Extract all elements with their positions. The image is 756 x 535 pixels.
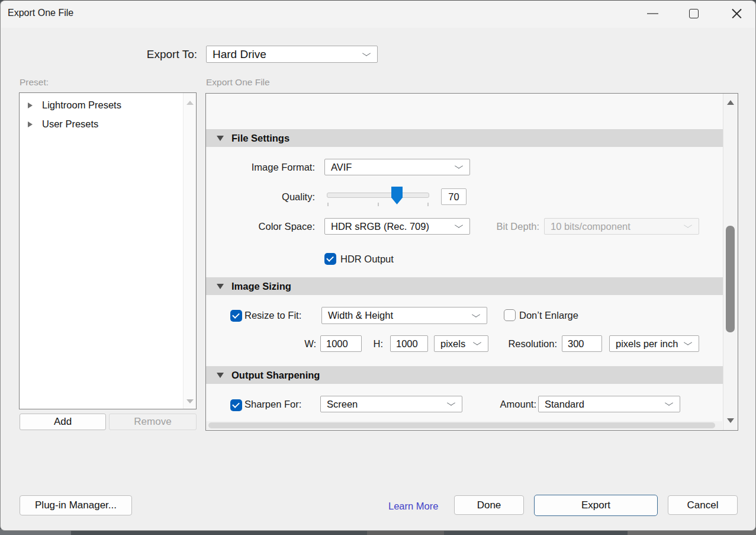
export-button-label: Export xyxy=(581,499,610,511)
sharpen-for-checkbox[interactable] xyxy=(230,399,242,411)
color-space-value: HDR sRGB (Rec. 709) xyxy=(331,221,429,232)
export-to-select[interactable]: Hard Drive xyxy=(206,46,378,63)
chevron-down-icon xyxy=(362,50,371,56)
slider-tick xyxy=(378,203,379,206)
image-format-label: Image Format: xyxy=(197,159,315,175)
maximize-icon[interactable] xyxy=(689,9,699,18)
cancel-button[interactable]: Cancel xyxy=(668,495,738,515)
bit-depth-select: 10 bits/component xyxy=(544,218,699,235)
chevron-down-icon xyxy=(455,164,463,169)
horizontal-scroll-thumb[interactable] xyxy=(208,422,715,428)
section-title: Image Sizing xyxy=(231,281,291,292)
add-button[interactable]: Add xyxy=(20,414,106,430)
resize-to-fit-value: Width & Height xyxy=(328,310,393,321)
main-panel-label: Export One File xyxy=(206,77,270,88)
sharpen-for-value: Screen xyxy=(327,399,358,410)
width-label: W: xyxy=(285,335,316,352)
resolution-value: 300 xyxy=(568,338,584,350)
export-dialog: Export One File Export To: Hard Drive Pr… xyxy=(0,0,756,531)
scroll-down-icon[interactable] xyxy=(186,399,194,403)
chevron-down-icon xyxy=(684,223,692,228)
chevron-down-icon xyxy=(472,312,480,317)
sharpen-for-label: Sharpen For: xyxy=(245,396,301,412)
slider-tick xyxy=(327,203,329,206)
resize-to-fit-select[interactable]: Width & Height xyxy=(321,307,487,324)
export-to-value: Hard Drive xyxy=(213,48,266,61)
bit-depth-value: 10 bits/component xyxy=(551,221,630,232)
titlebar xyxy=(1,1,755,28)
hdr-output-label: HDR Output xyxy=(340,253,394,265)
resolution-unit-select[interactable]: pixels per inch xyxy=(609,335,699,352)
add-button-label: Add xyxy=(54,416,72,428)
dont-enlarge-label: Don’t Enlarge xyxy=(519,307,578,324)
scroll-up-icon[interactable] xyxy=(727,100,734,105)
amount-label: Amount: xyxy=(451,396,536,412)
preset-item-lightroom[interactable]: Lightroom Presets xyxy=(28,100,121,111)
section-output-sharpening[interactable]: Output Sharpening xyxy=(206,366,723,384)
section-title: File Settings xyxy=(231,133,289,144)
export-to-label: Export To: xyxy=(119,46,197,63)
quality-value-input[interactable]: 70 xyxy=(441,188,467,205)
quality-label: Quality: xyxy=(197,188,315,205)
height-value: 1000 xyxy=(396,338,418,350)
hdr-output-checkbox[interactable] xyxy=(324,253,336,265)
section-file-settings[interactable]: File Settings xyxy=(206,129,723,147)
minimize-icon[interactable] xyxy=(647,13,658,14)
preset-item-label: Lightroom Presets xyxy=(42,100,121,111)
color-space-label: Color Space: xyxy=(197,218,315,235)
close-icon[interactable] xyxy=(731,8,741,18)
collapse-triangle-icon[interactable] xyxy=(217,136,224,141)
preset-item-label: User Presets xyxy=(42,118,98,130)
expand-triangle-icon[interactable] xyxy=(28,102,33,108)
chevron-down-icon xyxy=(684,340,692,345)
scroll-down-icon[interactable] xyxy=(727,418,734,423)
preset-item-user[interactable]: User Presets xyxy=(28,118,98,130)
scroll-up-icon[interactable] xyxy=(186,101,194,105)
resize-to-fit-checkbox[interactable] xyxy=(230,310,242,322)
preset-list: Lightroom Presets User Presets xyxy=(19,92,197,409)
dont-enlarge-checkbox[interactable] xyxy=(504,309,516,321)
vertical-scrollbar[interactable] xyxy=(723,94,738,430)
export-button[interactable]: Export xyxy=(534,495,658,516)
amount-value: Standard xyxy=(545,399,584,410)
chevron-down-icon xyxy=(665,401,673,406)
amount-select[interactable]: Standard xyxy=(538,396,680,412)
width-value: 1000 xyxy=(326,338,348,350)
bit-depth-label: Bit Depth: xyxy=(439,218,539,235)
cancel-button-label: Cancel xyxy=(687,499,719,511)
image-format-value: AVIF xyxy=(331,162,352,173)
resize-to-fit-label: Resize to Fit: xyxy=(245,307,301,324)
slider-tick xyxy=(427,203,429,206)
collapse-triangle-icon[interactable] xyxy=(217,284,224,289)
collapse-triangle-icon[interactable] xyxy=(217,373,224,378)
window-title: Export One File xyxy=(8,8,73,18)
quality-value: 70 xyxy=(448,191,459,203)
plugin-manager-button[interactable]: Plug-in Manager... xyxy=(20,495,132,515)
height-input[interactable]: 1000 xyxy=(390,335,428,352)
vertical-scroll-thumb[interactable] xyxy=(726,226,735,332)
expand-triangle-icon[interactable] xyxy=(28,121,33,127)
plugin-manager-label: Plug-in Manager... xyxy=(35,499,117,511)
done-button-label: Done xyxy=(477,499,501,511)
done-button[interactable]: Done xyxy=(454,495,524,515)
image-format-select[interactable]: AVIF xyxy=(324,159,470,175)
unit-value: pixels xyxy=(440,338,465,350)
remove-button-label: Remove xyxy=(134,416,171,428)
horizontal-scrollbar[interactable] xyxy=(206,421,722,430)
height-label: H: xyxy=(356,335,383,352)
sharpen-for-select[interactable]: Screen xyxy=(320,396,462,412)
resolution-unit-value: pixels per inch xyxy=(616,338,678,350)
remove-button[interactable]: Remove xyxy=(109,414,197,430)
preset-scrollbar[interactable] xyxy=(183,93,196,409)
resolution-label: Resolution: xyxy=(468,335,557,352)
quality-slider-track[interactable] xyxy=(327,193,429,198)
resolution-input[interactable]: 300 xyxy=(562,335,602,352)
section-image-sizing[interactable]: Image Sizing xyxy=(206,277,723,295)
section-title: Output Sharpening xyxy=(231,370,320,381)
learn-more-link[interactable]: Learn More xyxy=(388,501,438,512)
preset-label: Preset: xyxy=(20,77,49,88)
